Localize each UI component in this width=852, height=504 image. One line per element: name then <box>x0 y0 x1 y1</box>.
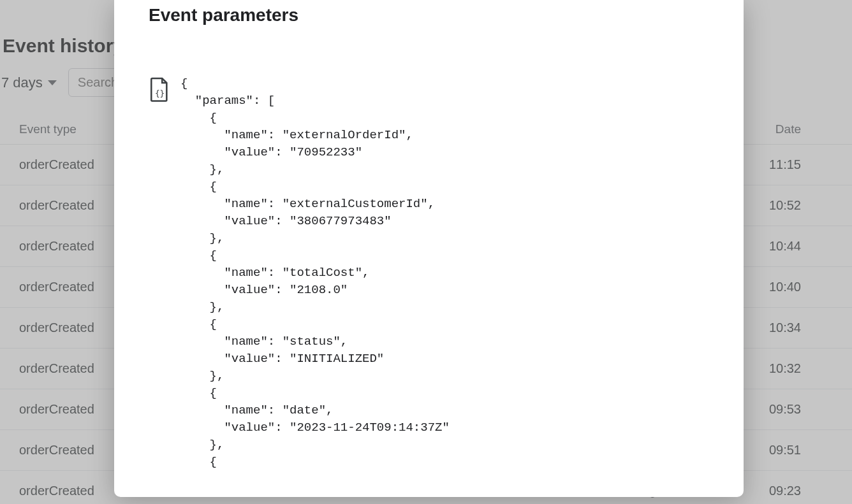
json-code-block[interactable]: { "params": [ { "name": "externalOrderId… <box>180 75 450 471</box>
event-parameters-modal: Event parameters {} { "params": [ { "nam… <box>114 0 744 497</box>
modal-body: {} { "params": [ { "name": "externalOrde… <box>114 25 744 471</box>
svg-text:{}: {} <box>155 89 165 98</box>
modal-title: Event parameters <box>114 3 744 25</box>
json-file-icon: {} <box>149 75 180 471</box>
